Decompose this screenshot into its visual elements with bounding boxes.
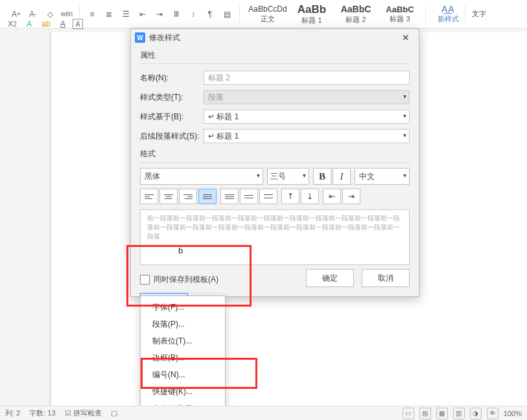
status-doc-check-icon[interactable]: ▢ (111, 409, 117, 417)
close-icon[interactable]: ✕ (397, 31, 415, 44)
increase-indent-icon[interactable]: ⇥ (152, 7, 167, 21)
status-spellcheck[interactable]: ☑ 拼写检查 (65, 408, 102, 418)
read-mode-icon[interactable]: ◑ (470, 408, 482, 419)
indent-increase-top-button[interactable]: ⤒ (281, 189, 299, 204)
indent-left-button[interactable]: ⇤ (323, 189, 341, 204)
app-logo-icon (135, 32, 145, 43)
align-center-button[interactable] (159, 189, 178, 204)
font-color-icon[interactable]: A (56, 18, 70, 30)
properties-group-label: 属性 (140, 50, 410, 61)
menu-item-tabs[interactable]: 制表位(T)... (141, 332, 225, 349)
menu-item-font[interactable]: 字体(F)... (141, 299, 225, 316)
text-direction-icon[interactable]: Ⅲ (169, 7, 183, 21)
font-size-select[interactable]: 三号▾ (267, 168, 309, 185)
chevron-down-icon: ▾ (403, 132, 406, 139)
format-toolbar-2: ⤒ ⤓ ⇤ ⇥ (140, 189, 410, 204)
chevron-down-icon: ▾ (257, 172, 260, 179)
following-label: 后续段落样式(S): (140, 131, 204, 142)
view-mode-4-icon[interactable]: ▥ (453, 408, 465, 419)
name-input[interactable] (204, 71, 410, 85)
style-item-h3[interactable]: AaBbC 标题 3 (379, 1, 421, 28)
view-mode-1-icon[interactable]: ▭ (403, 408, 414, 419)
view-mode-2-icon[interactable]: ▤ (419, 408, 431, 419)
style-item-h2[interactable]: AaBbC 标题 2 (334, 1, 377, 28)
char-border-icon[interactable]: A (73, 19, 83, 29)
save-to-template-checkbox[interactable] (140, 275, 150, 285)
view-mode-3-icon[interactable]: ▦ (436, 408, 448, 419)
divider (140, 64, 410, 64)
italic-button[interactable]: I (333, 168, 351, 185)
chevron-down-icon: ▾ (403, 172, 406, 179)
font-name-select[interactable]: 黑体▾ (140, 168, 263, 185)
menu-item-numbering[interactable]: 编号(N)... (141, 366, 225, 383)
format-group-label: 格式 (140, 148, 410, 159)
following-select[interactable]: ↵ 标题 1▾ (204, 129, 410, 143)
status-bar: 列: 2 字数: 13 ☑ 拼写检查 ▢ ▭ ▤ ▦ ▥ ◑ 👁 100% (0, 406, 527, 420)
align-left-button[interactable] (140, 189, 158, 204)
style-item-body[interactable]: AaBbCcDd 正文 (246, 1, 289, 28)
indent-decrease-top-button[interactable]: ⤓ (301, 189, 319, 204)
ribbon-row-2: X2 A ab A A (0, 17, 130, 31)
char-shading-icon[interactable]: A (22, 18, 36, 30)
dialog-title: 修改样式 (149, 32, 180, 43)
based-on-label: 样式基于(B): (140, 111, 204, 122)
indent-right-button[interactable]: ⇥ (342, 189, 360, 204)
cancel-button[interactable]: 取消 (362, 269, 410, 287)
dialog-titlebar: 修改样式 ✕ (131, 29, 419, 46)
paragraph-icon[interactable]: ¶ (203, 7, 217, 21)
align-justify-button[interactable] (198, 189, 217, 204)
style-gallery: AaBbCcDd 正文 AaBb 标题 1 AaBbC 标题 2 AaBbC 标… (246, 1, 421, 28)
type-label: 样式类型(T): (140, 92, 204, 103)
separator (239, 5, 240, 23)
menu-item-border[interactable]: 边框(B)... (141, 349, 225, 366)
chevron-down-icon: ▾ (303, 172, 306, 179)
spacing-normal-button[interactable] (240, 189, 258, 204)
style-preview: 前一段落前一段落前一段落前一段落前一段落前一段落前一段落前一段落前一段落前一段落… (140, 209, 410, 265)
text-tools-label[interactable]: 文字 (472, 9, 486, 19)
sort-icon[interactable]: ▤ (220, 7, 234, 21)
format-toolbar-1: 黑体▾ 三号▾ B I 中文▾ (140, 168, 410, 185)
chevron-down-icon: ▾ (403, 93, 406, 100)
menu-item-paragraph[interactable]: 段落(P)... (141, 316, 225, 332)
spacing-loose-button[interactable] (259, 189, 277, 204)
style-item-h1[interactable]: AaBb 标题 1 (290, 1, 333, 28)
new-style-button[interactable]: A͟A 新样式 (435, 1, 461, 27)
ok-button[interactable]: 确定 (306, 269, 354, 287)
chevron-down-icon: ▾ (403, 112, 406, 119)
based-on-select[interactable]: ↵ 标题 1▾ (204, 110, 410, 124)
save-to-template-label: 同时保存到模板(A) (154, 274, 218, 285)
highlight-icon[interactable]: ab (39, 18, 53, 30)
subscript-icon[interactable]: X2 (5, 18, 19, 30)
language-select[interactable]: 中文▾ (355, 168, 410, 185)
modify-style-dialog: 修改样式 ✕ 属性 名称(N): 样式类型(T): 段落▾ 样式基于(B): ↵… (130, 29, 419, 297)
separator (465, 5, 465, 23)
format-popup-menu: 字体(F)... 段落(P)... 制表位(T)... 边框(B)... 编号(… (140, 296, 226, 420)
separator (425, 5, 426, 23)
decrease-indent-icon[interactable]: ⇤ (135, 7, 150, 21)
type-select: 段落▾ (204, 90, 410, 104)
align-right-button[interactable] (179, 189, 197, 204)
zoom-level[interactable]: 100% (504, 410, 522, 417)
name-label: 名称(N): (140, 73, 204, 84)
divider (140, 162, 410, 163)
eye-icon[interactable]: 👁 (487, 408, 498, 419)
status-column: 列: 2 (5, 408, 20, 418)
status-words: 字数: 13 (29, 408, 55, 418)
bold-button[interactable]: B (313, 168, 331, 185)
spacing-tight-button[interactable] (220, 189, 239, 204)
line-spacing-icon[interactable]: ↕ (186, 7, 200, 21)
menu-item-shortcut[interactable]: 快捷键(K)... (141, 383, 225, 400)
